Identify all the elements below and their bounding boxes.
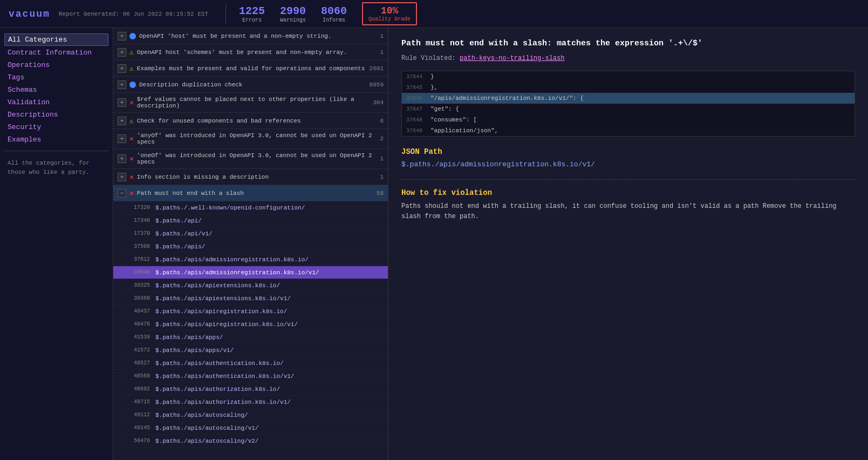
sidebar: All Categories Contract Information Oper…: [0, 28, 113, 460]
error-icon-anyof: ✕: [129, 134, 134, 143]
informs-label: Informs: [323, 17, 345, 23]
line-num: 37500: [134, 243, 155, 249]
subitem-8[interactable]: 40437$.paths./apis/apiregistration.k8s.i…: [113, 305, 388, 318]
sidebar-item-all-categories[interactable]: All Categories: [4, 33, 108, 46]
line-num: 49145: [134, 425, 155, 431]
subitem-12[interactable]: 48527$.paths./apis/authentication.k8s.io…: [113, 357, 388, 370]
expand-btn-ref[interactable]: +: [118, 98, 126, 107]
subitem-6[interactable]: 39325$.paths./apis/apiextensions.k8s.io/: [113, 279, 388, 292]
json-path-title: JSON Path: [401, 147, 855, 156]
path-text: $.paths./apis/apiextensions.k8s.io/: [155, 282, 280, 289]
line-num: 48527: [134, 360, 155, 366]
line-number: 37646: [406, 96, 430, 102]
expand-btn-examples[interactable]: +: [118, 64, 126, 73]
rule-text-schemes: OpenAPI host 'schemes' must be present a…: [137, 49, 377, 56]
sidebar-item-descriptions[interactable]: Descriptions: [4, 109, 108, 120]
path-text: $.paths./apis/authentication.k8s.io/v1/: [155, 373, 294, 380]
subitem-10[interactable]: 41539$.paths./apis/apps/: [113, 331, 388, 344]
expand-btn-schemes[interactable]: +: [118, 48, 126, 57]
stat-quality: 10% Quality Grade: [362, 2, 417, 25]
subitem-16[interactable]: 49112$.paths./apis/autoscaling/: [113, 409, 388, 422]
rule-row-host[interactable]: + OpenAPI 'host' must be present and a n…: [113, 28, 388, 44]
quality-number: 10%: [381, 5, 398, 16]
line-num: 37612: [134, 256, 155, 262]
circle-blue-icon-2: [129, 82, 136, 88]
subitem-17[interactable]: 49145$.paths./apis/autoscaling/v1/: [113, 422, 388, 435]
rule-row-unused[interactable]: + ⚠ Check for unused components and bad …: [113, 113, 388, 129]
stat-warnings: 2990 Warnings: [280, 5, 306, 23]
rule-row-oneof[interactable]: + ✕ 'oneOf' was introduced in OpenAPI 3.…: [113, 149, 388, 169]
path-text: $.paths./apis/apiregistration.k8s.io/v1/: [155, 321, 298, 328]
line-num: 48715: [134, 399, 155, 405]
rule-violated: Rule Violated: path-keys-no-trailing-sla…: [401, 55, 855, 62]
expand-btn-desc-dup[interactable]: +: [118, 80, 126, 89]
subitem-14[interactable]: 48692$.paths./apis/authorization.k8s.io/: [113, 383, 388, 396]
path-text: $.paths./apis/authentication.k8s.io/: [155, 360, 284, 367]
rule-violated-link[interactable]: path-keys-no-trailing-slash: [460, 55, 564, 62]
warn-icon-examples: ⚠: [129, 64, 134, 73]
subitem-7[interactable]: 39360$.paths./apis/apiextensions.k8s.io/…: [113, 292, 388, 305]
sidebar-item-tags[interactable]: Tags: [4, 72, 108, 83]
rule-text-oneof: 'oneOf' was introduced in OpenAPI 3.0, c…: [137, 152, 377, 165]
line-number: 37649: [406, 128, 430, 134]
line-number: 37644: [406, 74, 430, 80]
rule-row-slash[interactable]: − ✕ Path must not end with a slash 58: [113, 185, 388, 201]
subitem-2[interactable]: 17379$.paths./api/v1/: [113, 227, 388, 240]
rule-row-ref[interactable]: + ✕ $ref values cannot be placed next to…: [113, 93, 388, 113]
subitem-9[interactable]: 40476$.paths./apis/apiregistration.k8s.i…: [113, 318, 388, 331]
expand-btn-info-desc[interactable]: +: [118, 173, 126, 181]
json-path-value: $.paths./apis/admissionregistration.k8s.…: [401, 160, 855, 168]
line-number: 37648: [406, 117, 430, 123]
path-text: $.paths./apis/apiextensions.k8s.io/v1/: [155, 295, 291, 302]
rule-count-info-desc: 1: [380, 174, 384, 180]
line-number: 37645: [406, 85, 430, 91]
subitem-3[interactable]: 37500$.paths./apis/: [113, 240, 388, 253]
expand-btn-slash[interactable]: −: [118, 189, 126, 198]
rule-row-examples[interactable]: + ⚠ Examples must be present and valid f…: [113, 60, 388, 77]
expand-btn-anyof[interactable]: +: [118, 134, 126, 143]
rule-row-info-desc[interactable]: + ✕ Info section is missing a descriptio…: [113, 169, 388, 185]
rule-text-ref: $ref values cannot be placed next to oth…: [137, 96, 370, 109]
path-text: $.paths./apis/apps/: [155, 334, 223, 341]
code-line-37649: 37649 "application/json",: [402, 125, 855, 136]
rule-row-anyof[interactable]: + ✕ 'anyOf' was introduced in OpenAPI 3.…: [113, 129, 388, 149]
sidebar-item-security[interactable]: Security: [4, 121, 108, 133]
sidebar-item-contract-information[interactable]: Contract Information: [4, 47, 108, 58]
rule-count-unused: 6: [380, 118, 384, 124]
path-text: $.paths./.well-known/openid-configuratio…: [155, 205, 305, 211]
subitem-0[interactable]: 17320$.paths./.well-known/openid-configu…: [113, 201, 388, 214]
expand-btn-host[interactable]: +: [118, 32, 126, 40]
rule-count-host: 1: [380, 33, 384, 39]
line-num: 48692: [134, 386, 155, 392]
quality-label: Quality Grade: [368, 16, 411, 22]
subitem-4[interactable]: 37612$.paths./apis/admissionregistration…: [113, 253, 388, 266]
rule-row-schemes[interactable]: + ⚠ OpenAPI host 'schemes' must be prese…: [113, 44, 388, 60]
sidebar-item-operations[interactable]: Operations: [4, 59, 108, 71]
path-text: $.paths./api/: [155, 218, 202, 224]
path-text: $.paths./apis/autoscaling/v2/: [155, 438, 258, 444]
subitem-13[interactable]: 48560$.paths./apis/authentication.k8s.io…: [113, 370, 388, 383]
rule-count-slash: 58: [377, 190, 384, 197]
code-block: 37644 }37645},37646"/apis/admissionregis…: [401, 71, 855, 137]
sidebar-item-schemas[interactable]: Schemas: [4, 84, 108, 96]
subitem-1[interactable]: 17346$.paths./api/: [113, 214, 388, 227]
rule-text-desc-dup: Description duplication check: [139, 82, 366, 88]
expand-btn-oneof[interactable]: +: [118, 154, 126, 163]
errors-number: 1225: [239, 5, 265, 17]
sidebar-item-validation[interactable]: Validation: [4, 97, 108, 108]
subitem-15[interactable]: 48715$.paths./apis/authorization.k8s.io/…: [113, 396, 388, 409]
line-num: 17346: [134, 218, 155, 224]
subitem-5[interactable]: 37646$.paths./apis/admissionregistration…: [113, 266, 388, 279]
path-text: $.paths./apis/autoscaling/: [155, 412, 248, 418]
rule-row-desc-dup[interactable]: + Description duplication check 8059: [113, 77, 388, 93]
detail-title: Path must not end with a slash: matches …: [401, 39, 855, 48]
rule-text-slash: Path must not end with a slash: [137, 190, 373, 197]
warn-icon-schemes: ⚠: [129, 48, 134, 57]
subitem-18[interactable]: 50476$.paths./apis/autoscaling/v2/: [113, 435, 388, 448]
expand-btn-unused[interactable]: +: [118, 117, 126, 125]
line-number: 37647: [406, 106, 430, 112]
subitem-11[interactable]: 41572$.paths./apis/apps/v1/: [113, 344, 388, 357]
sidebar-item-examples[interactable]: Examples: [4, 134, 108, 145]
line-num: 40476: [134, 321, 155, 327]
header-divider: [225, 4, 226, 24]
